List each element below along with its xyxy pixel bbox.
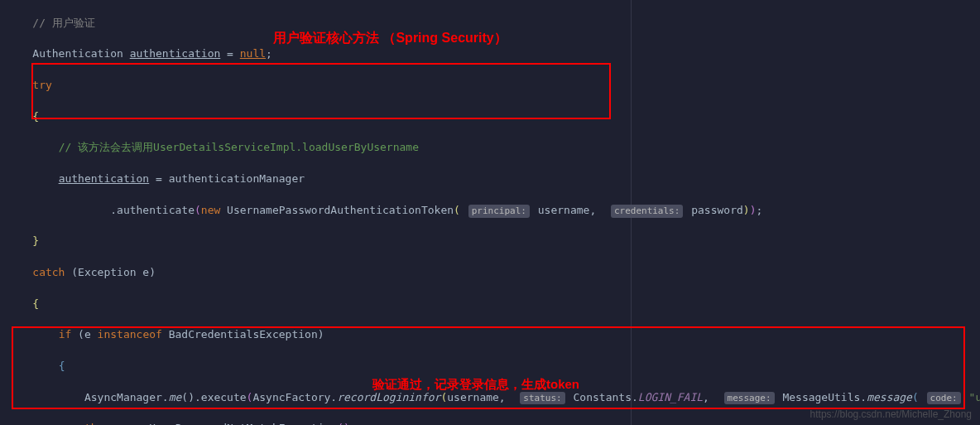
method: message — [867, 391, 912, 403]
param-hint: code: — [927, 392, 961, 405]
semi: ; — [266, 47, 272, 60]
type: Authentication — [32, 47, 129, 60]
text: (e — [71, 328, 97, 340]
brace: } — [32, 234, 39, 247]
try-kw: try — [32, 79, 51, 91]
var: authentication — [130, 47, 221, 60]
code-line: catch (Exception e) — [7, 265, 980, 281]
comment: // 用户验证 — [32, 17, 94, 29]
text: ().execute — [181, 391, 246, 403]
method: me — [169, 391, 182, 403]
null-kw: null — [240, 47, 266, 60]
new-kw: new — [201, 204, 220, 216]
arg: password — [691, 204, 743, 216]
class-name: UserPasswordNotMatchException — [142, 422, 337, 425]
text: AsyncManager. — [84, 391, 169, 403]
brace: { — [59, 360, 65, 372]
code-line: } — [7, 234, 980, 249]
code-line: { — [7, 109, 980, 125]
throw-kw: throw — [84, 422, 117, 425]
arg: username, — [538, 204, 603, 216]
param-hint: credentials: — [611, 205, 683, 218]
code-line: authentication = authenticationManager — [7, 171, 980, 187]
text: Constants. — [574, 391, 638, 403]
annotation-text-1: 用户验证核心方法 （Spring Security） — [273, 28, 507, 47]
class-name: UsernamePasswordAuthenticationToken — [220, 204, 454, 216]
comment: // 该方法会去调用UserDetailsServiceImpl.loadUse… — [59, 141, 419, 153]
text: = authenticationManager — [149, 172, 305, 185]
brace: { — [32, 297, 39, 310]
code-line: { — [7, 297, 980, 312]
watermark: https://blog.csdn.net/Michelle_Zhong — [810, 408, 972, 422]
string: "user.password.not.match" — [969, 391, 980, 403]
code-line: try — [7, 78, 980, 94]
text: , — [703, 391, 716, 403]
code-editor[interactable]: // 用户验证 Authentication authentication = … — [0, 0, 980, 425]
constant: LOGIN_FAIL — [638, 391, 703, 403]
if-kw: if — [59, 328, 72, 340]
param-hint: message: — [724, 392, 775, 405]
brace: { — [32, 110, 39, 123]
code-line: Authentication authentication = null; — [7, 46, 980, 62]
param-hint: principal: — [468, 205, 530, 218]
text: AsyncFactory. — [252, 391, 337, 403]
code-line: { — [7, 359, 980, 374]
text: MessageUtils. — [782, 391, 867, 403]
code-line: if (e instanceof BadCredentialsException… — [7, 327, 980, 343]
catch-kw: catch — [32, 266, 65, 278]
annotation-text-2: 验证通过，记录登录信息，生成token — [372, 375, 579, 394]
code-line: .authenticate(new UsernamePasswordAuthen… — [7, 203, 980, 219]
catch-param: (Exception e) — [65, 266, 156, 278]
instanceof-kw: instanceof — [98, 328, 162, 340]
var: authentication — [59, 172, 150, 185]
method: .authenticate — [110, 204, 195, 216]
class-name: BadCredentialsException) — [162, 328, 324, 340]
op: = — [220, 47, 239, 60]
code-line: // 该方法会去调用UserDetailsServiceImpl.loadUse… — [7, 140, 980, 156]
param-hint: status: — [520, 392, 564, 405]
new-kw: new — [117, 422, 142, 425]
